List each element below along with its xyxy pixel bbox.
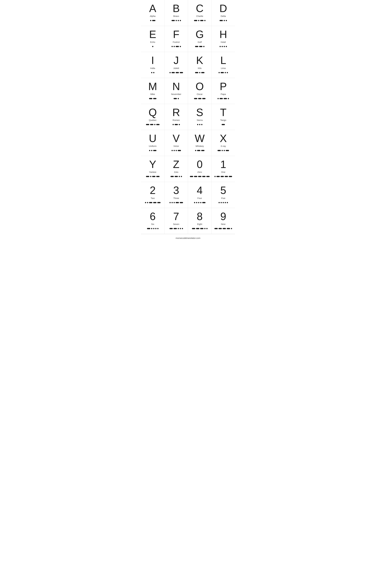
dot — [169, 202, 171, 203]
letter: 8 — [197, 211, 202, 222]
letter: Z — [173, 158, 179, 170]
morse-cell: L Lima — [211, 52, 235, 78]
morse-cell: 5 Five — [211, 182, 235, 208]
dash — [157, 202, 161, 203]
morse-symbols — [194, 96, 206, 101]
morse-symbols — [218, 71, 228, 75]
dot — [151, 150, 152, 151]
letter: I — [151, 54, 154, 66]
word: Six — [151, 223, 154, 225]
word: X-ray — [221, 145, 226, 147]
word: Oscar — [197, 93, 202, 95]
dot — [173, 124, 174, 125]
dash — [218, 150, 221, 151]
morse-symbols — [169, 71, 183, 75]
dash — [195, 46, 198, 47]
dot — [224, 20, 225, 21]
dot — [155, 228, 156, 229]
letter: T — [220, 107, 226, 118]
dash — [192, 228, 195, 229]
letter: N — [172, 81, 180, 92]
morse-symbols — [217, 148, 229, 153]
word: Alpha — [150, 15, 155, 17]
morse-symbols — [149, 96, 157, 101]
letter: 9 — [220, 211, 226, 222]
dot — [227, 202, 228, 203]
dash — [202, 176, 205, 177]
letter: Y — [149, 158, 156, 170]
dash — [152, 176, 155, 177]
word: Quebec — [149, 119, 156, 121]
word: Five — [221, 197, 225, 199]
morse-cell: X X-ray — [211, 130, 235, 156]
dash — [178, 150, 181, 151]
letter: W — [195, 133, 205, 144]
word: Kilo — [198, 67, 201, 69]
dot — [180, 46, 181, 47]
letter: F — [173, 29, 179, 40]
morse-symbols — [171, 19, 181, 23]
dash — [224, 98, 227, 99]
dot — [203, 46, 204, 47]
word: Romeo — [173, 119, 180, 121]
dot — [180, 20, 181, 21]
dot — [174, 202, 175, 203]
dot — [224, 46, 225, 47]
dot — [154, 124, 155, 125]
dot — [151, 228, 152, 229]
letter: O — [196, 81, 204, 92]
word: Golf — [198, 41, 202, 43]
morse-symbols — [145, 200, 161, 205]
letter: D — [220, 3, 227, 14]
morse-symbols — [197, 123, 203, 126]
word: Foxtrot — [173, 41, 180, 43]
dot — [225, 72, 226, 73]
dash — [198, 98, 201, 99]
morse-cell: J Juliett — [165, 52, 188, 78]
dash — [176, 72, 179, 73]
morse-symbols — [221, 123, 225, 126]
dash — [149, 202, 152, 203]
word: Papa — [221, 93, 226, 95]
letter: Q — [148, 107, 157, 118]
dot — [224, 150, 225, 151]
morse-symbols — [194, 200, 206, 205]
dot — [178, 98, 179, 99]
dash — [214, 228, 218, 229]
dot — [227, 72, 228, 73]
dash — [200, 20, 203, 21]
dash — [150, 124, 153, 125]
word: Yankee — [149, 171, 156, 173]
morse-cell: N November — [165, 78, 188, 104]
dash — [219, 228, 222, 229]
morse-symbols — [214, 227, 232, 231]
dot — [198, 202, 199, 203]
word: Three — [173, 197, 179, 199]
dot — [153, 228, 154, 229]
letter: C — [196, 3, 204, 14]
dash — [201, 150, 204, 151]
dash — [202, 202, 205, 203]
dot — [176, 20, 177, 21]
dash — [194, 98, 197, 99]
dash — [175, 124, 178, 125]
dash — [196, 228, 199, 229]
letter: 0 — [197, 158, 202, 170]
footer: morsecodetranslator.com — [141, 234, 235, 242]
dash — [206, 176, 210, 177]
morse-symbols — [195, 44, 205, 49]
word: Zulu — [174, 171, 178, 173]
dot — [231, 228, 232, 229]
dot — [150, 20, 151, 21]
dot — [174, 46, 175, 47]
dot — [147, 202, 148, 203]
morse-cell: T Tango — [211, 104, 235, 130]
dot — [153, 72, 154, 73]
morse-symbols — [173, 96, 179, 101]
dot — [214, 176, 216, 177]
dot — [195, 150, 196, 151]
morse-symbols — [195, 148, 205, 153]
letter: M — [148, 81, 157, 92]
morse-cell: K Kilo — [188, 52, 211, 78]
dash — [202, 98, 205, 99]
